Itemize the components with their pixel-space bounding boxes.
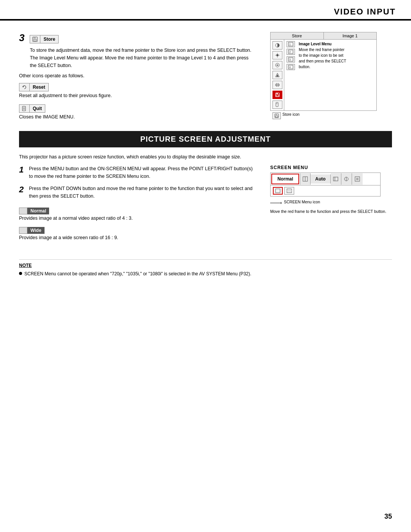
page-number: 35 (384, 513, 392, 521)
step-3-number: 3 (19, 33, 24, 43)
psa-step-1-text: Press the MENU button and the ON-SCREEN … (29, 165, 255, 180)
screen-icon-cell-4 (352, 173, 363, 185)
screen-menu-bottom-row (271, 185, 380, 196)
other-icons-text: Other icons operate as follows. (19, 73, 255, 78)
screen-menu-icon-annotation: SCREEN Menu icon (270, 200, 392, 206)
image-icon-4: 4 (287, 64, 295, 70)
screen-bottom-icon-2 (284, 187, 294, 195)
svg-text:3: 3 (289, 58, 291, 61)
menu-col2-header: Image 1 (324, 32, 377, 39)
screen-normal-cell: Normal (271, 174, 299, 184)
screen-auto-cell: Auto (311, 174, 330, 184)
svg-rect-17 (276, 84, 279, 86)
wide-icon-label: Wide (19, 227, 45, 234)
store-icon-bottom: Store icon (270, 112, 392, 119)
main-content: 3 Store To store the adjustment data, mo… (0, 21, 411, 289)
menu-icon-brightness[interactable] (272, 51, 282, 59)
image-level-annotation: Image Level Menu Move the red frame poin… (299, 41, 352, 70)
screen-icon-cell-1 (300, 173, 311, 185)
menu-icon-quit[interactable] (272, 101, 282, 109)
svg-rect-43 (356, 178, 358, 180)
note-title: NOTE (19, 263, 392, 268)
normal-description: Provides image at a normal video aspect … (19, 216, 255, 221)
svg-rect-23 (276, 102, 278, 107)
wide-section: Wide Provides image at a wide screen rat… (19, 224, 255, 240)
page-header: VIDEO INPUT (0, 0, 411, 20)
menu-icon-sharpness[interactable] (272, 81, 282, 89)
note-item-1: SCREEN Menu cannot be operated when "720… (19, 270, 392, 277)
store-icon-text: Store icon (282, 112, 299, 117)
screen-menu-move-text: Move the red frame to the function and p… (270, 209, 392, 215)
reset-description: Reset all adjustment to their previous f… (19, 93, 255, 98)
svg-rect-44 (276, 189, 280, 193)
wide-label: Wide (27, 227, 45, 234)
diagram-wrapper: Store Image 1 (270, 32, 392, 119)
svg-marker-48 (281, 202, 282, 204)
psa-body: 1 Press the MENU button and the ON-SCREE… (19, 165, 392, 240)
psa-intro: This projector has a picture screen resi… (19, 154, 392, 160)
svg-text:4: 4 (289, 66, 291, 69)
svg-text:2: 2 (289, 51, 291, 53)
menu-icon-color[interactable] (272, 61, 282, 69)
store-icon-small (272, 112, 281, 119)
psa-step-2: 2 Press the POINT DOWN button and move t… (19, 185, 255, 200)
psa-title: PICTURE SCREEN ADJUSTMENT (19, 131, 392, 147)
bullet-icon (19, 272, 22, 275)
page-title: VIDEO INPUT (334, 7, 396, 17)
svg-point-9 (276, 54, 279, 56)
menu-icon-store-selected[interactable] (272, 91, 282, 99)
svg-rect-34 (276, 114, 277, 115)
wide-description: Provides image at a wide screen ratio of… (19, 235, 255, 240)
normal-icon-label: Normal (19, 208, 49, 214)
quit-icon-label: Quit (19, 104, 45, 113)
wide-icon (19, 227, 27, 234)
image-icon-3: 3 (287, 56, 295, 62)
quit-label: Quit (30, 104, 45, 113)
quit-description: Closes the IMAGE MENU. (19, 114, 255, 120)
normal-icon (19, 208, 27, 214)
store-label: Store (40, 35, 59, 43)
store-icon-label: Store (30, 35, 59, 43)
screen-menu-top-row: Normal Auto (271, 173, 380, 185)
normal-section: Normal Provides image at a normal video … (19, 204, 255, 221)
psa-left: 1 Press the MENU button and the ON-SCREE… (19, 165, 255, 240)
menu-image-column: 1 2 3 (284, 40, 376, 110)
screen-bottom-normal-icon (273, 187, 283, 195)
menu-icon-contrast[interactable] (272, 41, 282, 50)
note-text-1: SCREEN Menu cannot be operated when "720… (24, 270, 251, 277)
screen-menu-label: SCREEN MENU (270, 165, 392, 170)
screen-menu-diagram: Normal Auto (270, 173, 381, 197)
svg-rect-2 (34, 39, 36, 41)
svg-rect-38 (333, 177, 338, 181)
store-icon (30, 35, 40, 43)
menu-col1-header: Store (271, 32, 324, 39)
section-3: 3 Store To store the adjustment data, mo… (19, 32, 392, 120)
image-icon-1: 1 (287, 41, 295, 47)
reset-label: Reset (30, 83, 49, 91)
screen-icon-cell-2 (331, 173, 341, 185)
screen-icon-cell-3 (341, 173, 352, 185)
reset-icon (19, 83, 30, 91)
menu-header: Store Image 1 (271, 32, 376, 40)
svg-rect-21 (276, 93, 278, 94)
psa-step-1: 1 Press the MENU button and the ON-SCREE… (19, 165, 255, 180)
psa-section: PICTURE SCREEN ADJUSTMENT This projector… (19, 131, 392, 240)
psa-right: SCREEN MENU Normal Auto (270, 165, 392, 240)
reset-icon-label: Reset (19, 83, 49, 91)
menu-icons-column (271, 40, 284, 110)
image-icon-2: 2 (287, 49, 295, 55)
normal-label: Normal (27, 208, 49, 214)
menu-icon-tint[interactable] (272, 71, 282, 79)
menu-body: 1 2 3 (271, 40, 376, 110)
section-3-diagram: Store Image 1 (270, 32, 392, 120)
store-menu-diagram: Store Image 1 (270, 32, 377, 111)
psa-step-1-number: 1 (19, 165, 27, 180)
note-section: NOTE SCREEN Menu cannot be operated when… (19, 259, 392, 277)
screen-menu-icon-label: SCREEN Menu icon (284, 200, 320, 204)
step-3-content: Store To store the adjustment data, move… (30, 32, 255, 69)
svg-text:1: 1 (289, 43, 291, 46)
quit-icon (19, 104, 30, 113)
svg-rect-24 (276, 103, 277, 104)
psa-step-2-text: Press the POINT DOWN button and move the… (29, 185, 255, 200)
svg-rect-1 (33, 37, 36, 38)
